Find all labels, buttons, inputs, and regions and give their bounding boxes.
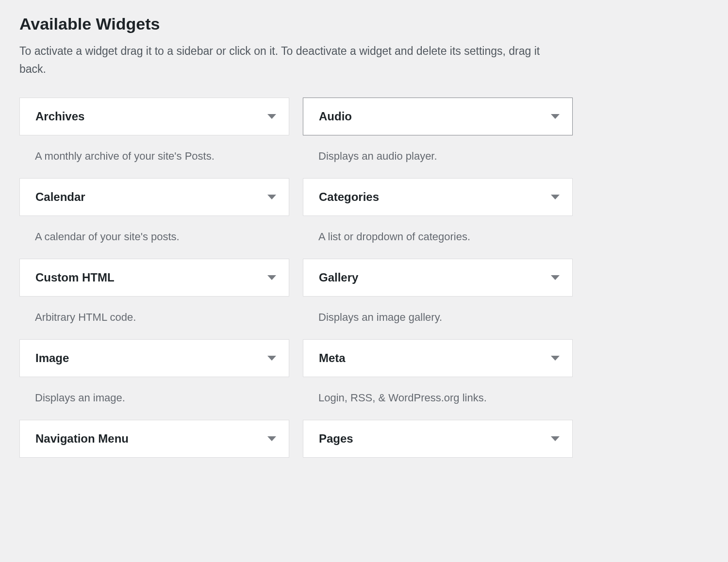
widget-item-archives: Archives A monthly archive of your site'… [19,98,289,178]
widget-header-audio[interactable]: Audio [303,98,573,135]
widget-header-categories[interactable]: Categories [303,178,573,216]
chevron-down-icon [267,356,276,361]
widget-header-calendar[interactable]: Calendar [19,178,289,216]
widget-item-image: Image Displays an image. [19,339,289,420]
widget-item-pages: Pages [303,420,573,458]
chevron-down-icon [551,436,560,441]
widget-title: Gallery [319,271,358,284]
widget-title: Audio [319,110,352,123]
widget-title: Pages [319,432,353,446]
chevron-down-icon [267,275,276,280]
widget-header-archives[interactable]: Archives [19,98,289,135]
widget-title: Categories [319,190,379,204]
page-title: Available Widgets [19,15,709,33]
widget-description: Arbitrary HTML code. [19,297,289,339]
widget-title: Image [35,351,69,365]
widget-description: Login, RSS, & WordPress.org links. [303,377,573,420]
chevron-down-icon [267,195,276,199]
widget-item-audio: Audio Displays an audio player. [303,98,573,178]
widget-item-categories: Categories A list or dropdown of categor… [303,178,573,259]
widget-title: Navigation Menu [35,432,129,446]
widget-header-custom-html[interactable]: Custom HTML [19,259,289,297]
widget-header-navigation-menu[interactable]: Navigation Menu [19,420,289,458]
chevron-down-icon [551,195,560,199]
widget-item-meta: Meta Login, RSS, & WordPress.org links. [303,339,573,420]
widget-header-image[interactable]: Image [19,339,289,377]
widget-title: Custom HTML [35,271,115,284]
widget-title: Calendar [35,190,85,204]
widget-item-custom-html: Custom HTML Arbitrary HTML code. [19,259,289,339]
widget-description: Displays an image. [19,377,289,420]
chevron-down-icon [267,114,276,119]
widget-item-gallery: Gallery Displays an image gallery. [303,259,573,339]
widget-title: Archives [35,110,84,123]
page-description: To activate a widget drag it to a sideba… [19,42,553,78]
widget-description: A calendar of your site's posts. [19,216,289,259]
widget-item-navigation-menu: Navigation Menu [19,420,289,458]
widget-header-meta[interactable]: Meta [303,339,573,377]
chevron-down-icon [551,114,560,119]
widget-description: Displays an image gallery. [303,297,573,339]
widget-item-calendar: Calendar A calendar of your site's posts… [19,178,289,259]
chevron-down-icon [551,275,560,280]
widget-description: A list or dropdown of categories. [303,216,573,259]
available-widgets-grid: Archives A monthly archive of your site'… [19,98,573,458]
chevron-down-icon [267,436,276,441]
widget-header-pages[interactable]: Pages [303,420,573,458]
widget-description: Displays an audio player. [303,135,573,178]
widget-description: A monthly archive of your site's Posts. [19,135,289,178]
widget-header-gallery[interactable]: Gallery [303,259,573,297]
chevron-down-icon [551,356,560,361]
widget-title: Meta [319,351,346,365]
